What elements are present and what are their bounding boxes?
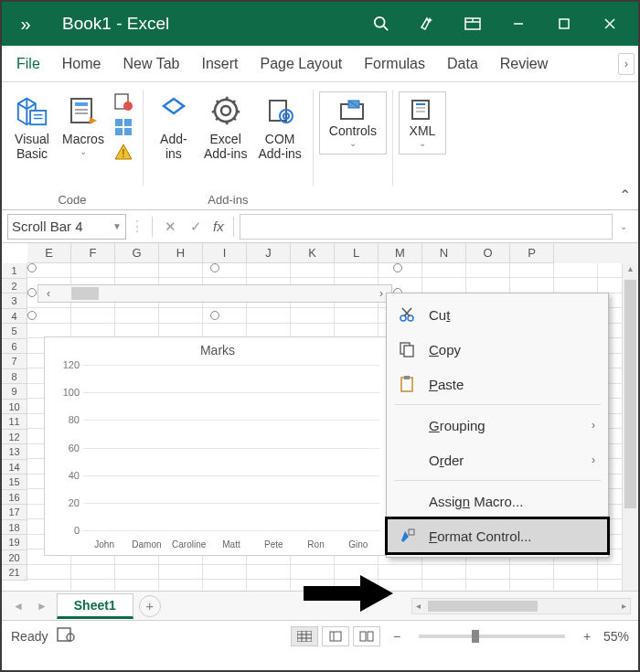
row-header[interactable]: 9 xyxy=(2,384,27,400)
record-macro-icon[interactable] xyxy=(113,91,133,115)
com-add-ins-button[interactable]: COMAdd-ins xyxy=(252,91,306,161)
zoom-in-button[interactable]: + xyxy=(580,629,594,644)
row-header[interactable]: 12 xyxy=(2,430,27,445)
new-sheet-button[interactable]: + xyxy=(139,595,161,617)
sheet-nav-next[interactable]: ► xyxy=(33,600,51,613)
cancel-formula-icon[interactable]: ✕ xyxy=(158,219,182,235)
ctx-order[interactable]: Order › xyxy=(387,443,608,477)
horizontal-scrollbar-thumb[interactable] xyxy=(428,601,538,612)
tab-scroll-right[interactable]: › xyxy=(618,53,635,75)
fx-label[interactable]: fx xyxy=(209,219,228,234)
name-box-dropdown-icon[interactable]: ▼ xyxy=(112,221,122,231)
ctx-assign-macro[interactable]: Assign Macro... xyxy=(387,484,608,518)
row-header[interactable]: 19 xyxy=(2,535,27,550)
search-icon[interactable] xyxy=(358,2,404,46)
row-header[interactable]: 16 xyxy=(2,490,27,506)
col-header[interactable]: K xyxy=(291,243,335,263)
row-header[interactable]: 4 xyxy=(2,309,27,325)
accept-formula-icon[interactable]: ✓ xyxy=(184,219,208,235)
sheet-tab-sheet1[interactable]: Sheet1 xyxy=(57,593,133,619)
scrollbar-form-control[interactable]: ‹ › xyxy=(32,268,398,315)
col-header[interactable]: N xyxy=(422,243,466,263)
row-header[interactable]: 2 xyxy=(2,279,27,294)
row-header[interactable]: 10 xyxy=(2,400,27,415)
maximize-button[interactable] xyxy=(541,2,587,46)
scrollbar-left-arrow[interactable]: ‹ xyxy=(38,287,59,300)
view-normal-icon[interactable] xyxy=(291,626,318,646)
ctx-format-control[interactable]: Format Control... xyxy=(387,518,608,553)
coming-soon-icon[interactable] xyxy=(404,2,450,46)
tab-review[interactable]: Review xyxy=(489,46,559,82)
column-headers[interactable]: E F G H I J K L M N O P xyxy=(27,243,638,263)
collapse-ribbon-icon[interactable]: ⌃ xyxy=(619,187,631,204)
zoom-out-button[interactable]: − xyxy=(389,629,404,644)
xml-group-button[interactable]: XML ⌄ xyxy=(399,91,446,155)
tab-page-layout[interactable]: Page Layout xyxy=(249,46,353,82)
row-header[interactable]: 17 xyxy=(2,505,27,520)
close-button[interactable] xyxy=(587,2,633,46)
formula-input[interactable] xyxy=(240,214,613,240)
name-box-resize[interactable]: ⋮ xyxy=(128,218,146,235)
row-header[interactable]: 11 xyxy=(2,414,27,430)
scrollbar-track[interactable] xyxy=(59,285,371,302)
tab-file[interactable]: File xyxy=(5,46,51,82)
visual-basic-button[interactable]: VisualBasic xyxy=(7,91,57,161)
row-header[interactable]: 7 xyxy=(2,354,27,369)
ctx-paste[interactable]: Paste xyxy=(387,367,608,401)
sheet-nav-prev[interactable]: ◄ xyxy=(9,600,27,613)
row-header[interactable]: 5 xyxy=(2,324,27,339)
ribbon-display-icon[interactable] xyxy=(450,2,496,46)
view-page-break-icon[interactable] xyxy=(353,626,380,646)
use-relative-ref-icon[interactable] xyxy=(113,117,133,141)
quick-access-overflow[interactable]: » xyxy=(7,14,44,35)
controls-group-button[interactable]: Controls ⌄ xyxy=(319,91,387,155)
col-header[interactable]: J xyxy=(247,243,291,263)
svg-rect-45 xyxy=(404,376,410,379)
excel-add-ins-button[interactable]: ExcelAdd-ins xyxy=(198,91,252,161)
horizontal-scrollbar[interactable]: ◂ ▸ xyxy=(411,598,631,614)
col-header[interactable]: O xyxy=(466,243,510,263)
zoom-slider-thumb[interactable] xyxy=(472,630,479,643)
zoom-slider[interactable] xyxy=(419,635,565,638)
ctx-copy[interactable]: Copy xyxy=(387,332,608,367)
add-ins-button[interactable]: Add-ins xyxy=(149,91,198,161)
vertical-scrollbar-thumb[interactable] xyxy=(624,280,636,508)
scrollbar-thumb[interactable] xyxy=(71,287,99,300)
col-header[interactable]: M xyxy=(379,243,422,263)
name-box[interactable]: Scroll Bar 4 ▼ xyxy=(7,214,126,240)
col-header[interactable]: E xyxy=(27,243,71,263)
ctx-cut[interactable]: Cut xyxy=(387,297,608,332)
row-header[interactable]: 1 xyxy=(2,263,27,279)
row-header[interactable]: 20 xyxy=(2,550,27,566)
row-headers[interactable]: 123456789101112131415161718192021 xyxy=(2,263,27,581)
col-header[interactable]: I xyxy=(203,243,247,263)
view-page-layout-icon[interactable] xyxy=(322,626,349,646)
macro-record-status-icon[interactable] xyxy=(57,627,75,645)
row-header[interactable]: 18 xyxy=(2,520,27,536)
col-header[interactable]: P xyxy=(510,243,554,263)
row-header[interactable]: 3 xyxy=(2,293,27,309)
tab-data[interactable]: Data xyxy=(436,46,489,82)
zoom-level[interactable]: 55% xyxy=(603,629,629,644)
row-header[interactable]: 13 xyxy=(2,444,27,460)
tab-home[interactable]: Home xyxy=(51,46,112,82)
tab-insert[interactable]: Insert xyxy=(190,46,249,82)
tab-formulas[interactable]: Formulas xyxy=(353,46,436,82)
col-header[interactable]: L xyxy=(335,243,379,263)
col-header[interactable]: H xyxy=(159,243,203,263)
vertical-scrollbar[interactable]: ▴ xyxy=(622,263,638,591)
tab-newtab[interactable]: New Tab xyxy=(112,46,190,82)
row-header[interactable]: 14 xyxy=(2,460,27,475)
row-header[interactable]: 21 xyxy=(2,565,27,581)
row-header[interactable]: 15 xyxy=(2,475,27,490)
row-header[interactable]: 6 xyxy=(2,339,27,355)
col-header[interactable]: F xyxy=(71,243,115,263)
row-header[interactable]: 8 xyxy=(2,369,27,385)
expand-formula-bar-icon[interactable]: ⌄ xyxy=(614,221,633,231)
chart[interactable]: Marks 020406080100120 JohnDamonCarolineM… xyxy=(44,336,391,556)
macros-button[interactable]: Macros ⌄ xyxy=(57,91,110,156)
col-header[interactable]: G xyxy=(115,243,159,263)
ctx-grouping[interactable]: Grouping › xyxy=(387,408,608,443)
minimize-button[interactable] xyxy=(496,2,541,46)
macro-security-icon[interactable]: ! xyxy=(113,143,133,166)
